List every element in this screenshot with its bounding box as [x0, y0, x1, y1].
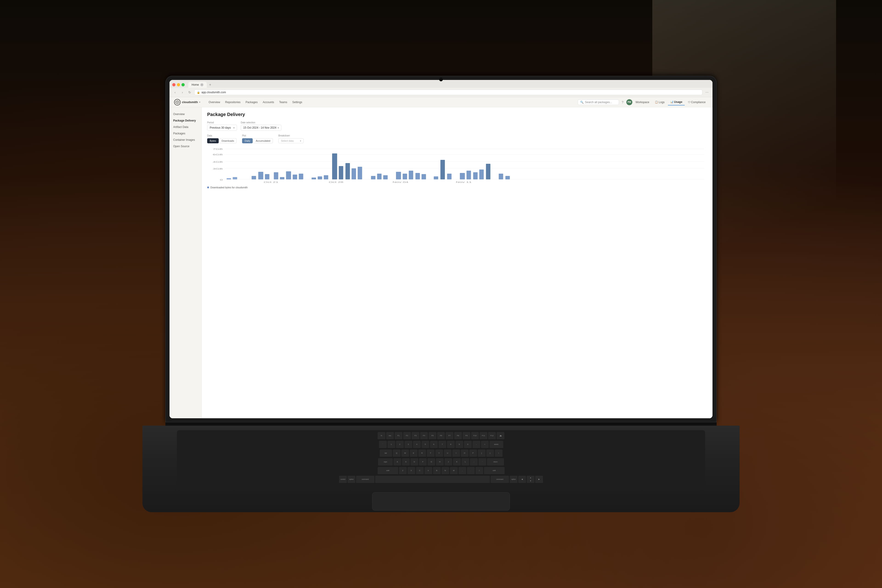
key-slash[interactable]: / [476, 467, 483, 475]
search-bar[interactable]: 🔍 Search all packages... [578, 99, 619, 105]
key-quote[interactable]: ' [478, 458, 486, 466]
key-right[interactable]: ▶ [535, 476, 543, 483]
active-tab[interactable]: Home × [188, 82, 207, 88]
sidebar-item-container-images[interactable]: Container Images [170, 136, 201, 143]
minimize-button[interactable] [177, 83, 180, 86]
downloads-btn[interactable]: Downloads [219, 138, 237, 143]
key-z[interactable]: Z [399, 467, 407, 475]
key-5[interactable]: 5 [422, 441, 429, 448]
daily-btn[interactable]: Daily [242, 138, 253, 143]
key-minus[interactable]: - [472, 441, 480, 448]
org-dropdown-arrow[interactable]: ▾ [199, 101, 200, 104]
maximize-button[interactable] [182, 83, 184, 86]
breakdown-select[interactable]: Select data ▾ [278, 138, 304, 143]
accumulated-btn[interactable]: Accumulated [253, 138, 273, 143]
key-rcommand[interactable]: command [490, 476, 509, 483]
key-4[interactable]: 4 [413, 441, 421, 448]
key-9[interactable]: 9 [456, 441, 463, 448]
key-m[interactable]: M [450, 467, 458, 475]
key-updown[interactable]: ▲ ▼ [526, 476, 534, 483]
key-tab[interactable]: tab [380, 450, 392, 457]
nav-repositories[interactable]: Repositories [223, 99, 243, 105]
key-g[interactable]: G [428, 458, 435, 466]
key-s[interactable]: S [402, 458, 410, 466]
key-t[interactable]: T [427, 450, 435, 457]
key-d[interactable]: D [411, 458, 418, 466]
key-semicolon[interactable]: ; [470, 458, 478, 466]
back-btn[interactable]: ‹ [172, 90, 178, 95]
key-esc[interactable]: esc [386, 432, 394, 440]
key-6[interactable]: 6 [430, 441, 438, 448]
key-f12[interactable]: F12 [488, 432, 496, 440]
key-f8[interactable]: F8 [454, 432, 462, 440]
key-backtick[interactable]: ` [379, 441, 387, 448]
key-0[interactable]: 0 [464, 441, 472, 448]
key-2[interactable]: 2 [396, 441, 404, 448]
key-loption[interactable]: option [348, 476, 356, 483]
address-bar[interactable]: 🔒 app.cloudsmith.com [194, 90, 702, 95]
key-roption[interactable]: option [510, 476, 518, 483]
period-select[interactable]: Previous 30 days ▾ [207, 125, 237, 131]
key-rshift[interactable]: shift [484, 467, 505, 475]
key-p[interactable]: P [469, 450, 477, 457]
key-f[interactable]: F [419, 458, 427, 466]
key-comma[interactable]: , [459, 467, 466, 475]
sidebar-item-overview[interactable]: Overview [170, 111, 201, 117]
key-lcommand[interactable]: command [356, 476, 374, 483]
key-q[interactable]: Q [393, 450, 400, 457]
key-i[interactable]: I [452, 450, 460, 457]
key-f2[interactable]: F2 [403, 432, 411, 440]
tab-close-btn[interactable]: × [200, 83, 204, 86]
sidebar-item-packages[interactable]: Packages [170, 130, 201, 136]
key-f11[interactable]: F11 [480, 432, 488, 440]
key-capslock[interactable]: caps [378, 458, 393, 466]
key-x[interactable]: X [408, 467, 415, 475]
new-tab-btn[interactable]: + [208, 82, 213, 87]
key-lbracket[interactable]: [ [478, 450, 486, 457]
extensions-btn[interactable]: ⋯ [704, 90, 710, 95]
trackpad[interactable] [372, 492, 510, 511]
close-button[interactable] [172, 83, 176, 86]
key-v[interactable]: V [424, 467, 432, 475]
nav-workspace[interactable]: Workspace [633, 99, 652, 105]
key-y[interactable]: Y [435, 450, 443, 457]
key-j[interactable]: J [444, 458, 452, 466]
key-f10[interactable]: F10 [471, 432, 479, 440]
key-delete[interactable]: delete [489, 441, 503, 448]
key-f4[interactable]: F4 [420, 432, 428, 440]
reload-btn[interactable]: ↻ [187, 90, 192, 95]
key-b[interactable]: B [433, 467, 441, 475]
key-lshift[interactable]: shift [378, 467, 398, 475]
key-period[interactable]: . [467, 467, 475, 475]
key-backslash[interactable]: \ [495, 450, 502, 457]
key-u[interactable]: U [444, 450, 452, 457]
sidebar-item-open-source[interactable]: Open Source [170, 143, 201, 150]
nav-compliance[interactable]: 🛡 Compliance [686, 99, 708, 105]
nav-packages[interactable]: Packages [243, 99, 260, 105]
key-fn[interactable]: fn [378, 432, 386, 440]
key-n[interactable]: N [441, 467, 449, 475]
nav-usage[interactable]: 📊 Usage [668, 99, 685, 105]
key-f7[interactable]: F7 [446, 432, 453, 440]
key-f3[interactable]: F3 [412, 432, 419, 440]
key-w[interactable]: W [401, 450, 409, 457]
key-1[interactable]: 1 [387, 441, 395, 448]
key-3[interactable]: 3 [405, 441, 412, 448]
key-power[interactable]: ⏏ [496, 432, 504, 440]
key-f5[interactable]: F5 [429, 432, 436, 440]
forward-btn[interactable]: › [180, 90, 185, 95]
nav-teams[interactable]: Teams [277, 99, 290, 105]
nav-accounts[interactable]: Accounts [261, 99, 276, 105]
key-k[interactable]: K [453, 458, 461, 466]
sidebar-item-artifact-data[interactable]: Artifact Data [170, 124, 201, 130]
sidebar-item-package-delivery[interactable]: Package Delivery [170, 117, 201, 124]
key-r[interactable]: R [418, 450, 426, 457]
key-equals[interactable]: = [481, 441, 489, 448]
key-f9[interactable]: F9 [463, 432, 470, 440]
key-c[interactable]: C [416, 467, 424, 475]
key-rbracket[interactable]: ] [486, 450, 494, 457]
key-e[interactable]: E [410, 450, 418, 457]
key-o[interactable]: O [461, 450, 469, 457]
key-a[interactable]: A [393, 458, 401, 466]
key-8[interactable]: 8 [447, 441, 455, 448]
